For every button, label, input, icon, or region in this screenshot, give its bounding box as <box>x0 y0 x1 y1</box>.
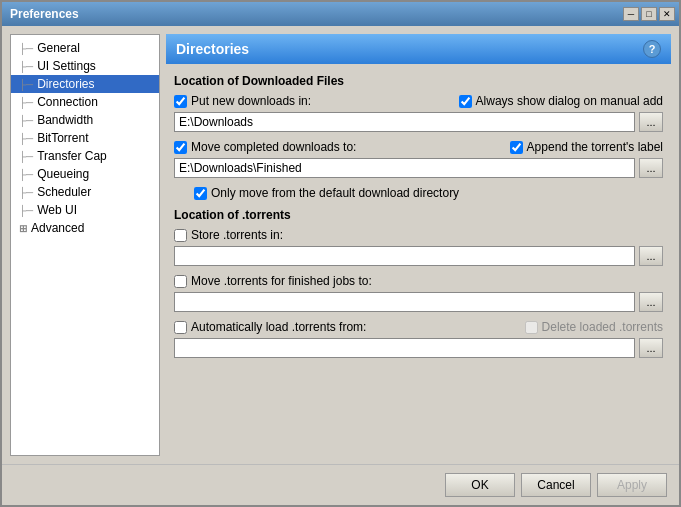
expand-icon: ⊞ <box>19 223 27 234</box>
content-area: Location of Downloaded Files Put new dow… <box>166 70 671 456</box>
browse-store-button[interactable]: ... <box>639 246 663 266</box>
auto-load-checkbox[interactable] <box>174 321 187 334</box>
downloaded-files-label: Location of Downloaded Files <box>174 74 663 88</box>
sidebar-item-queueing[interactable]: ├─ Queueing <box>11 165 159 183</box>
tree-line: ├─ <box>19 151 33 162</box>
only-move-default-row: Only move from the default download dire… <box>194 186 663 200</box>
tree-line: ├─ <box>19 79 33 90</box>
tree-line: ├─ <box>19 133 33 144</box>
move-torrents-path-row: ... <box>174 292 663 312</box>
move-torrents-row: Move .torrents for finished jobs to: <box>174 274 663 288</box>
auto-load-path-input[interactable] <box>174 338 635 358</box>
move-completed-row: Move completed downloads to: <box>174 140 356 154</box>
cancel-button[interactable]: Cancel <box>521 473 591 497</box>
browse-finished-button[interactable]: ... <box>639 158 663 178</box>
delete-loaded-checkbox-row: Delete loaded .torrents <box>525 320 663 334</box>
preferences-window: Preferences ─ □ ✕ ├─ General ├─ UI Setti… <box>0 0 681 507</box>
only-move-row: Only move from the default download dire… <box>174 186 663 200</box>
auto-load-label: Automatically load .torrents from: <box>191 320 366 334</box>
auto-load-checkbox-row: Automatically load .torrents from: <box>174 320 366 334</box>
tree-line: ├─ <box>19 61 33 72</box>
delete-loaded-label: Delete loaded .torrents <box>542 320 663 334</box>
apply-button[interactable]: Apply <box>597 473 667 497</box>
sidebar-label-bandwidth: Bandwidth <box>37 113 93 127</box>
sidebar: ├─ General ├─ UI Settings ├─ Directories… <box>10 34 160 456</box>
close-button[interactable]: ✕ <box>659 7 675 21</box>
sidebar-item-scheduler[interactable]: ├─ Scheduler <box>11 183 159 201</box>
tree-line: ├─ <box>19 115 33 126</box>
always-show-dialog-label: Always show dialog on manual add <box>476 94 663 108</box>
append-label-label: Append the torrent's label <box>527 140 663 154</box>
minimize-button[interactable]: ─ <box>623 7 639 21</box>
sidebar-label-transfer-cap: Transfer Cap <box>37 149 107 163</box>
sidebar-item-web-ui[interactable]: ├─ Web UI <box>11 201 159 219</box>
sidebar-item-advanced[interactable]: ⊞ Advanced <box>11 219 159 237</box>
help-button[interactable]: ? <box>643 40 661 58</box>
sidebar-item-transfer-cap[interactable]: ├─ Transfer Cap <box>11 147 159 165</box>
maximize-button[interactable]: □ <box>641 7 657 21</box>
finished-path-input[interactable] <box>174 158 635 178</box>
sidebar-label-queueing: Queueing <box>37 167 89 181</box>
tree-line: ├─ <box>19 187 33 198</box>
sidebar-item-connection[interactable]: ├─ Connection <box>11 93 159 111</box>
browse-move-button[interactable]: ... <box>639 292 663 312</box>
sidebar-label-web-ui: Web UI <box>37 203 77 217</box>
section-header: Directories ? <box>166 34 671 64</box>
delete-loaded-checkbox[interactable] <box>525 321 538 334</box>
auto-load-path-row: ... <box>174 338 663 358</box>
sidebar-label-advanced: Advanced <box>31 221 84 235</box>
sidebar-item-general[interactable]: ├─ General <box>11 39 159 57</box>
window-title: Preferences <box>10 7 79 21</box>
only-move-default-label: Only move from the default download dire… <box>211 186 459 200</box>
tree-line: ├─ <box>19 169 33 180</box>
put-new-downloads-row: Put new downloads in: <box>174 94 311 108</box>
sidebar-label-directories: Directories <box>37 77 94 91</box>
section-title: Directories <box>176 41 249 57</box>
sidebar-item-bittorrent[interactable]: ├─ BitTorrent <box>11 129 159 147</box>
sidebar-item-directories[interactable]: ├─ Directories <box>11 75 159 93</box>
main-content-area: Directories ? Location of Downloaded Fil… <box>166 34 671 456</box>
sidebar-label-scheduler: Scheduler <box>37 185 91 199</box>
store-torrents-path-input[interactable] <box>174 246 635 266</box>
tree-line: ├─ <box>19 43 33 54</box>
always-show-dialog-checkbox[interactable] <box>459 95 472 108</box>
downloads-checkboxes-row: Put new downloads in: Always show dialog… <box>174 94 663 108</box>
auto-load-row: Automatically load .torrents from: Delet… <box>174 320 663 334</box>
move-torrents-checkbox[interactable] <box>174 275 187 288</box>
put-new-downloads-checkbox[interactable] <box>174 95 187 108</box>
finished-path-row: ... <box>174 158 663 178</box>
downloads-path-row: ... <box>174 112 663 132</box>
sidebar-label-bittorrent: BitTorrent <box>37 131 88 145</box>
move-completed-label: Move completed downloads to: <box>191 140 356 154</box>
bottom-bar: OK Cancel Apply <box>2 464 679 505</box>
browse-auto-button[interactable]: ... <box>639 338 663 358</box>
move-torrents-label: Move .torrents for finished jobs to: <box>191 274 372 288</box>
only-move-default-checkbox[interactable] <box>194 187 207 200</box>
append-label-row: Append the torrent's label <box>510 140 663 154</box>
browse-downloads-button[interactable]: ... <box>639 112 663 132</box>
store-torrents-row: Store .torrents in: <box>174 228 663 242</box>
sidebar-label-ui-settings: UI Settings <box>37 59 96 73</box>
downloads-path-input[interactable] <box>174 112 635 132</box>
move-completed-checkbox[interactable] <box>174 141 187 154</box>
title-bar: Preferences ─ □ ✕ <box>2 2 679 26</box>
ok-button[interactable]: OK <box>445 473 515 497</box>
append-label-checkbox[interactable] <box>510 141 523 154</box>
store-torrents-path-row: ... <box>174 246 663 266</box>
sidebar-label-general: General <box>37 41 80 55</box>
tree-line: ├─ <box>19 205 33 216</box>
move-torrents-path-input[interactable] <box>174 292 635 312</box>
torrents-section: Location of .torrents Store .torrents in… <box>174 208 663 358</box>
store-torrents-label: Store .torrents in: <box>191 228 283 242</box>
sidebar-label-connection: Connection <box>37 95 98 109</box>
sidebar-item-ui-settings[interactable]: ├─ UI Settings <box>11 57 159 75</box>
location-torrents-label: Location of .torrents <box>174 208 663 222</box>
move-completed-checkboxes-row: Move completed downloads to: Append the … <box>174 140 663 154</box>
put-new-downloads-label: Put new downloads in: <box>191 94 311 108</box>
title-bar-buttons: ─ □ ✕ <box>623 7 675 21</box>
store-torrents-checkbox[interactable] <box>174 229 187 242</box>
tree-line: ├─ <box>19 97 33 108</box>
always-show-dialog-row: Always show dialog on manual add <box>459 94 663 108</box>
window-body: ├─ General ├─ UI Settings ├─ Directories… <box>2 26 679 464</box>
sidebar-item-bandwidth[interactable]: ├─ Bandwidth <box>11 111 159 129</box>
